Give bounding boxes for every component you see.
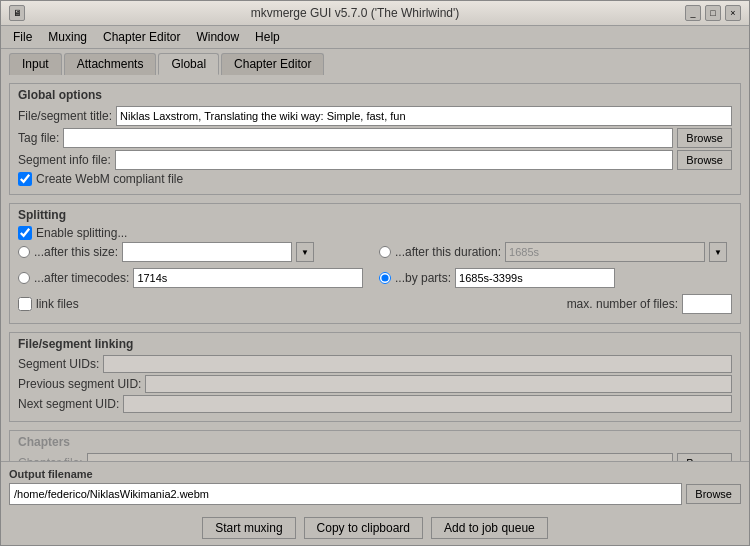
- menu-chapter-editor[interactable]: Chapter Editor: [95, 28, 188, 46]
- after-duration-dropdown-arrow[interactable]: ▼: [709, 242, 727, 262]
- start-muxing-button[interactable]: Start muxing: [202, 517, 295, 539]
- after-timecodes-label: ...after timecodes:: [34, 271, 129, 285]
- file-segment-title-input[interactable]: [116, 106, 732, 126]
- menu-bar: File Muxing Chapter Editor Window Help: [1, 26, 749, 49]
- splitting-title: Splitting: [18, 208, 732, 222]
- chapters-title: Chapters: [18, 435, 732, 449]
- segment-uids-row: Segment UIDs:: [18, 355, 732, 373]
- output-browse-button[interactable]: Browse: [686, 484, 741, 504]
- max-files-input[interactable]: [682, 294, 732, 314]
- max-files-label: max. number of files:: [567, 297, 678, 311]
- tab-global[interactable]: Global: [158, 53, 219, 75]
- webm-checkbox[interactable]: [18, 172, 32, 186]
- splitting-group: Splitting Enable splitting... ...after t…: [9, 203, 741, 324]
- after-size-label: ...after this size:: [34, 245, 118, 259]
- copy-clipboard-button[interactable]: Copy to clipboard: [304, 517, 423, 539]
- file-segment-title-row: File/segment title:: [18, 106, 732, 126]
- output-title: Output filename: [9, 468, 741, 480]
- menu-muxing[interactable]: Muxing: [40, 28, 95, 46]
- after-size-row: ...after this size: ▼: [18, 242, 371, 262]
- minimize-button[interactable]: _: [685, 5, 701, 21]
- chapter-file-row: Chapter file: Browse: [18, 453, 732, 461]
- chapter-file-input[interactable]: [87, 453, 674, 461]
- menu-window[interactable]: Window: [188, 28, 247, 46]
- by-parts-label: ...by parts:: [395, 271, 451, 285]
- tab-chapter-editor[interactable]: Chapter Editor: [221, 53, 324, 75]
- link-files-row: link files max. number of files:: [18, 294, 732, 314]
- splitting-row2: ...after timecodes: ...by parts:: [18, 268, 732, 291]
- after-size-input[interactable]: [122, 242, 292, 262]
- after-timecodes-radio[interactable]: [18, 272, 30, 284]
- tag-file-row: Tag file: Browse: [18, 128, 732, 148]
- window-title: mkvmerge GUI v5.7.0 ('The Whirlwind'): [25, 6, 685, 20]
- segment-uids-label: Segment UIDs:: [18, 357, 99, 371]
- segment-uids-input[interactable]: [103, 355, 732, 373]
- bottom-buttons: Start muxing Copy to clipboard Add to jo…: [1, 511, 749, 545]
- next-uid-label: Next segment UID:: [18, 397, 119, 411]
- file-segment-linking-title: File/segment linking: [18, 337, 732, 351]
- after-duration-input[interactable]: [505, 242, 705, 262]
- by-parts-radio[interactable]: [379, 272, 391, 284]
- file-segment-title-label: File/segment title:: [18, 109, 112, 123]
- by-parts-row: ...by parts:: [379, 268, 732, 288]
- after-size-radio[interactable]: [18, 246, 30, 258]
- close-button[interactable]: ×: [725, 5, 741, 21]
- maximize-button[interactable]: □: [705, 5, 721, 21]
- after-size-dropdown-arrow[interactable]: ▼: [296, 242, 314, 262]
- after-duration-row: ...after this duration: ▼: [379, 242, 732, 262]
- menu-file[interactable]: File: [5, 28, 40, 46]
- global-options-group: Global options File/segment title: Tag f…: [9, 83, 741, 195]
- chapter-browse-button[interactable]: Browse: [677, 453, 732, 461]
- add-job-queue-button[interactable]: Add to job queue: [431, 517, 548, 539]
- enable-splitting-checkbox[interactable]: [18, 226, 32, 240]
- tab-attachments[interactable]: Attachments: [64, 53, 157, 75]
- window-buttons[interactable]: _ □ ×: [685, 5, 741, 21]
- segment-info-browse-button[interactable]: Browse: [677, 150, 732, 170]
- window-controls: 🖥: [9, 5, 25, 21]
- previous-uid-label: Previous segment UID:: [18, 377, 141, 391]
- previous-uid-input[interactable]: [145, 375, 732, 393]
- enable-splitting-label: Enable splitting...: [36, 226, 127, 240]
- by-parts-input[interactable]: [455, 268, 615, 288]
- menu-help[interactable]: Help: [247, 28, 288, 46]
- tabs-bar: Input Attachments Global Chapter Editor: [1, 49, 749, 75]
- after-timecodes-input[interactable]: [133, 268, 363, 288]
- after-timecodes-row: ...after timecodes:: [18, 268, 371, 288]
- title-bar: 🖥 mkvmerge GUI v5.7.0 ('The Whirlwind') …: [1, 1, 749, 26]
- output-filename-input[interactable]: [9, 483, 682, 505]
- webm-checkbox-row: Create WebM compliant file: [18, 172, 732, 186]
- previous-uid-row: Previous segment UID:: [18, 375, 732, 393]
- output-row: Browse: [9, 483, 741, 505]
- tag-file-browse-button[interactable]: Browse: [677, 128, 732, 148]
- segment-info-input[interactable]: [115, 150, 674, 170]
- next-uid-input[interactable]: [123, 395, 732, 413]
- chapters-group: Chapters Chapter file: Browse Language: …: [9, 430, 741, 461]
- link-files-checkbox[interactable]: [18, 297, 32, 311]
- next-uid-row: Next segment UID:: [18, 395, 732, 413]
- tab-input[interactable]: Input: [9, 53, 62, 75]
- segment-info-row: Segment info file: Browse: [18, 150, 732, 170]
- segment-info-label: Segment info file:: [18, 153, 111, 167]
- global-options-title: Global options: [18, 88, 732, 102]
- link-files-label: link files: [36, 297, 79, 311]
- window-icon: 🖥: [9, 5, 25, 21]
- after-duration-label: ...after this duration:: [395, 245, 501, 259]
- splitting-row1: ...after this size: ▼ ...after this dura…: [18, 242, 732, 265]
- file-segment-linking-group: File/segment linking Segment UIDs: Previ…: [9, 332, 741, 422]
- tag-file-input[interactable]: [63, 128, 673, 148]
- main-content: Global options File/segment title: Tag f…: [1, 75, 749, 461]
- after-duration-radio[interactable]: [379, 246, 391, 258]
- tag-file-label: Tag file:: [18, 131, 59, 145]
- main-window: 🖥 mkvmerge GUI v5.7.0 ('The Whirlwind') …: [0, 0, 750, 546]
- output-section: Output filename Browse: [1, 461, 749, 511]
- webm-label: Create WebM compliant file: [36, 172, 183, 186]
- enable-splitting-row: Enable splitting...: [18, 226, 732, 240]
